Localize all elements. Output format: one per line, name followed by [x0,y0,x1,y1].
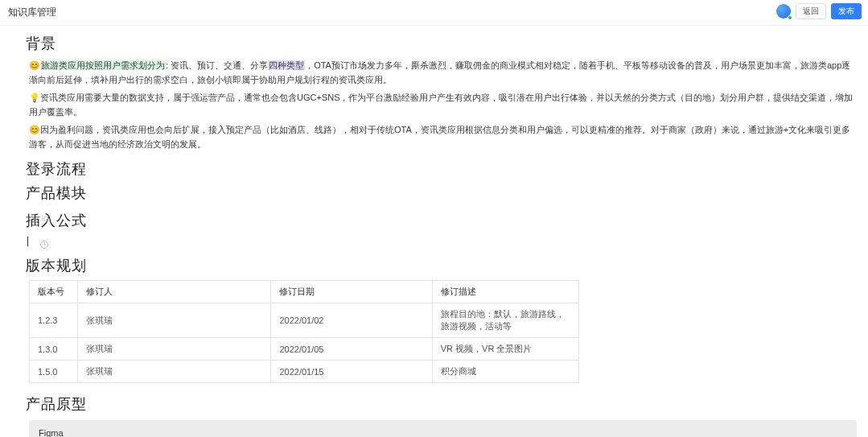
figma-label: Figma [39,428,847,437]
table-header: 修订描述 [432,281,578,303]
heading-gutter: H1 [42,39,50,46]
section-heading-background: 背景 [26,34,857,53]
heading-gutter: H1 [42,261,50,268]
section-heading-login: 登录流程 [26,159,857,179]
figma-embed[interactable]: Figma 9:41●●● ▮ Hello, Mihir What do you… [29,420,857,437]
section-heading-prototype: 产品原型 [26,394,857,414]
highlight-purple: 四种类型 [268,60,305,70]
table-header: 修订人 [78,281,271,303]
emoji-smile: 😊 [29,60,40,70]
table-row: 1.5.0 张琪瑞 2022/01/15 积分商城 [30,361,579,383]
paragraph: 😊因为盈利问题，资讯类应用也会向后扩展，接入预定产品（比如酒店、线路），相对于传… [29,122,857,151]
table-row: 1.2.3 张琪瑞 2022/01/02 旅程目的地：默认，旅游路线，旅游视频，… [30,303,579,338]
section-heading-version: 版本规划 [26,256,857,275]
presence-dot [788,15,792,20]
section-heading-modules: 产品模块 [26,183,857,203]
avatar[interactable] [776,4,791,19]
heading-gutter: H2 [42,399,50,406]
paragraph: 💡资讯类应用需要大量的数据支持，属于强运营产品，通常也会包含UGC+SNS，作为… [29,90,857,119]
table-header: 版本号 [30,281,78,303]
page-title: 知识库管理 [8,6,56,19]
back-button[interactable]: 返回 [796,3,826,19]
highlight-green: 旅游类应用按照用户需求划分为 [40,60,166,70]
publish-button[interactable]: 发布 [831,3,862,19]
text-cursor[interactable] [29,235,857,248]
version-table: 版本号 修订人 修订日期 修订描述 1.2.3 张琪瑞 2022/01/02 旅… [29,280,579,383]
collapse-toggle-icon[interactable] [42,189,48,197]
heading-gutter: H1 [42,216,50,223]
paragraph: 😊旅游类应用按照用户需求划分为: 资讯、预订、交通、分享四种类型，OTA预订市场… [29,58,857,87]
table-header: 修订日期 [271,281,432,303]
section-heading-formula: 插入公式 [26,211,857,230]
collapse-toggle-icon[interactable] [42,165,48,173]
table-row: 1.3.0 张琪瑞 2022/01/05 VR 视频，VR 全景图片 [30,338,579,361]
